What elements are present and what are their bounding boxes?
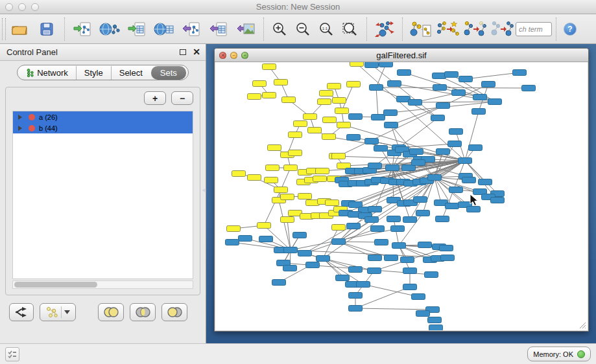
toolbar-separator xyxy=(64,17,65,41)
tab-label: Style xyxy=(84,68,103,78)
export-table-icon xyxy=(209,21,228,37)
import-network-web-button[interactable] xyxy=(96,17,123,41)
union-sets-button[interactable] xyxy=(98,303,124,321)
show-all-button[interactable] xyxy=(488,17,516,41)
network-tab-icon xyxy=(27,69,34,77)
save-session-button[interactable] xyxy=(33,17,60,41)
network-node xyxy=(425,272,438,278)
difference-sets-button[interactable] xyxy=(161,303,187,321)
zoom-fit-selected-icon xyxy=(342,21,359,37)
network-node xyxy=(263,64,276,70)
task-history-button[interactable] xyxy=(5,347,19,361)
network-node xyxy=(347,135,361,141)
import-table-web-icon xyxy=(154,21,174,37)
select-first-neighbors-icon xyxy=(436,20,459,38)
zoom-out-button[interactable] xyxy=(291,17,315,41)
zoom-out-icon xyxy=(295,21,311,37)
close-panel-icon[interactable]: ✕ xyxy=(193,47,200,57)
apply-layout-button[interactable] xyxy=(371,17,398,41)
zoom-actual-size-button[interactable]: 1:1 xyxy=(315,17,338,41)
list-item-set-a[interactable]: a (26) xyxy=(13,111,193,122)
network-node xyxy=(266,165,280,171)
network-node xyxy=(289,150,302,156)
network-node xyxy=(283,266,297,271)
tab-label: Sets xyxy=(160,68,177,78)
toolbar-separator xyxy=(402,17,403,41)
control-panel-title: Control Panel xyxy=(6,47,58,57)
tab-label: Select xyxy=(119,68,143,78)
network-node xyxy=(375,240,388,245)
import-table-file-button[interactable] xyxy=(123,17,150,41)
network-node xyxy=(265,177,278,183)
export-image-button[interactable] xyxy=(232,17,259,41)
network-node xyxy=(459,158,472,164)
main-toolbar: 1:1 xyxy=(0,14,596,44)
zoom-in-button[interactable] xyxy=(268,17,291,41)
network-node xyxy=(306,262,320,268)
split-set-button[interactable] xyxy=(9,303,34,321)
help-button[interactable]: ? xyxy=(560,17,580,41)
resize-grip-icon[interactable] xyxy=(578,321,586,329)
network-node xyxy=(349,293,363,299)
horizontal-scrollbar[interactable] xyxy=(12,280,193,289)
scrollbar-thumb[interactable] xyxy=(14,282,97,288)
import-table-file-icon xyxy=(127,21,147,37)
network-node xyxy=(248,94,261,100)
import-network-file-button[interactable] xyxy=(69,17,96,41)
zoom-fit-selected-button[interactable] xyxy=(338,17,363,41)
network-node xyxy=(332,225,346,231)
network-node xyxy=(414,197,427,203)
memory-status-button[interactable]: Memory: OK xyxy=(527,347,591,361)
export-network-button[interactable] xyxy=(178,17,205,41)
hide-selected-icon xyxy=(463,20,486,38)
network-node xyxy=(368,255,382,261)
apply-layout-icon xyxy=(374,20,396,38)
network-window[interactable]: ✕ − + galFiltered.sif xyxy=(214,48,589,332)
search-input[interactable] xyxy=(516,22,552,36)
create-set-from-network-combo[interactable] xyxy=(40,303,76,321)
network-node xyxy=(284,247,298,253)
list-item-set-b[interactable]: b (44) xyxy=(13,122,193,133)
disclosure-triangle-icon[interactable] xyxy=(18,126,22,131)
zoom-in-icon xyxy=(272,21,287,37)
network-node xyxy=(332,154,346,159)
network-node xyxy=(488,99,502,105)
network-node xyxy=(293,233,307,238)
toolbar-separator xyxy=(556,17,556,41)
network-node xyxy=(491,198,505,203)
select-first-neighbors-button[interactable] xyxy=(434,17,461,41)
export-table-button[interactable] xyxy=(205,17,232,41)
network-node xyxy=(320,91,333,97)
set-label: a (26) xyxy=(39,113,58,121)
network-node xyxy=(473,95,487,100)
network-node xyxy=(479,179,492,185)
intersect-sets-button[interactable] xyxy=(130,303,156,321)
network-window-titlebar[interactable]: ✕ − + galFiltered.sif xyxy=(215,49,588,62)
network-node xyxy=(333,98,346,104)
network-node xyxy=(294,121,307,127)
float-panel-icon[interactable] xyxy=(180,49,186,55)
open-session-button[interactable] xyxy=(6,17,33,41)
tab-select[interactable]: Select xyxy=(111,66,150,80)
import-table-web-button[interactable] xyxy=(150,17,178,41)
tab-sets[interactable]: Sets xyxy=(151,66,186,80)
panel-collapse-handle[interactable]: ◀ xyxy=(202,187,206,194)
disclosure-triangle-icon[interactable] xyxy=(18,115,22,120)
new-network-from-selection-button[interactable] xyxy=(407,17,434,41)
network-canvas[interactable] xyxy=(215,62,588,330)
tab-style[interactable]: Style xyxy=(76,66,111,80)
network-node xyxy=(365,217,379,223)
network-node xyxy=(469,145,483,151)
tab-network[interactable]: Network xyxy=(19,66,76,80)
remove-set-button[interactable]: − xyxy=(171,91,193,105)
hide-selected-button[interactable] xyxy=(461,17,488,41)
network-node xyxy=(226,240,239,245)
network-node xyxy=(316,168,329,174)
network-node xyxy=(418,242,432,248)
network-node xyxy=(281,194,294,200)
control-panel-header: Control Panel ✕ xyxy=(0,44,206,61)
add-set-button[interactable]: + xyxy=(144,91,166,105)
network-node xyxy=(401,257,414,263)
network-node xyxy=(398,70,411,76)
network-node xyxy=(289,132,302,138)
